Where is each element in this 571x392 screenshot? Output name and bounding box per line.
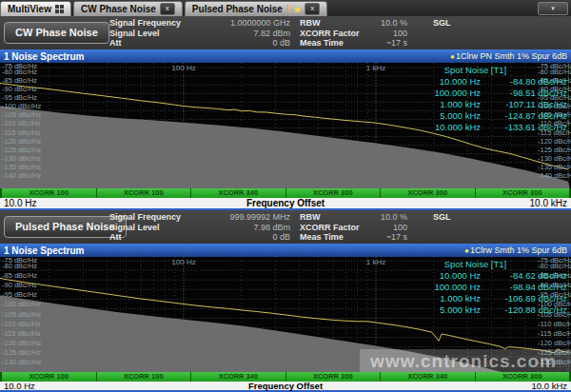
channel-button-cw[interactable]: CW Phase Noise xyxy=(4,22,109,44)
spot-noise-offset: 10.000 kHz xyxy=(412,122,481,133)
x-axis-stop: 10.0 kHz xyxy=(532,381,568,391)
tab-multiview-label: MultiView xyxy=(8,4,51,14)
setting-label: Meas Time xyxy=(300,232,344,243)
spot-noise-offset: 100.000 Hz xyxy=(412,282,481,293)
y-axis-label: -80 dBc/Hz xyxy=(2,69,37,76)
xcorr-segment: XCORR 300 xyxy=(476,188,570,198)
setting-label: RBW xyxy=(300,18,321,29)
x-axis-title: Frequency Offset xyxy=(0,198,571,208)
y-axis-label: -115 dBc/Hz xyxy=(2,129,41,137)
y-axis-label: -125 dBc/Hz xyxy=(538,147,571,154)
setting-value: 0 dB xyxy=(272,38,290,49)
spot-noise-value: -106.69 dBc/Hz xyxy=(485,293,567,304)
tab-cw-phase-noise[interactable]: CW Phase Noise x xyxy=(73,1,183,16)
spot-noise-value: -124.87 dBc/Hz xyxy=(485,110,567,122)
x-decade-label: 1 kHz xyxy=(366,258,385,266)
x-axis-start: 10.0 Hz xyxy=(4,198,36,208)
xcorr-segment: XCORR 340 xyxy=(191,188,286,198)
setting-value: 10.0 % xyxy=(381,212,407,223)
tab-bar: MultiView CW Phase Noise x Pulsed Phase … xyxy=(0,0,571,16)
spot-noise-offset: 100.000 Hz xyxy=(412,88,481,99)
setting-label: Signal Level xyxy=(109,223,160,233)
setting-value: 100 xyxy=(393,29,407,39)
multiview-grid-icon xyxy=(55,5,64,13)
setting-label: Att xyxy=(109,38,122,49)
spot-noise-row: 1.000 kHz-106.69 dBc/Hz xyxy=(412,293,567,304)
setting-value: 1.0000000 GHz xyxy=(230,18,290,29)
spot-noise-offset: 1.000 kHz xyxy=(412,99,481,110)
spot-noise-row: 100.000 Hz-98.94 dBc/Hz xyxy=(412,282,567,293)
spot-noise-row: 100.000 Hz-98.51 dBc/Hz xyxy=(412,88,567,99)
y-axis-label: -80 dBc/Hz xyxy=(2,263,37,270)
y-axis-label: -130 dBc/Hz xyxy=(2,359,41,366)
y-axis-label: -120 dBc/Hz xyxy=(2,138,41,146)
y-axis-label: -110 dBc/Hz xyxy=(2,321,41,328)
setting-value: ~17 s xyxy=(386,38,407,49)
x-decade-label: 100 Hz xyxy=(171,64,195,72)
spot-noise-row: 5.000 kHz-120.88 dBc/Hz xyxy=(412,304,567,316)
xcorr-segment: XCORR 100 xyxy=(2,188,97,198)
trace-info: ● 1Clrw Smth 1% Spur 6dB xyxy=(464,245,567,255)
spot-noise-offset: 10.000 Hz xyxy=(412,76,481,88)
spot-noise-row: 10.000 Hz-84.62 dBc/Hz xyxy=(412,270,567,282)
channel-header-pulsed: Pulsed Phase Noise Signal Frequency999.9… xyxy=(0,210,571,244)
noise-spectrum-graph-pulsed[interactable]: -75 dBc/Hz-80 dBc/Hz-85 dBc/Hz-90 dBc/Hz… xyxy=(0,257,571,372)
spot-noise-value: -120.88 dBc/Hz xyxy=(485,304,567,316)
window-dropdown-button[interactable]: ▾ xyxy=(538,2,568,15)
y-axis-label: -120 dBc/Hz xyxy=(2,340,41,347)
xcorr-progress-bar: XCORR 100XCORR 100XCORR 340XCORR 300XCOR… xyxy=(0,188,571,198)
spot-noise-title: Spot Noise [T1] xyxy=(412,65,567,76)
x-axis-row: 10.0 Hz Frequency Offset 10.0 kHz xyxy=(0,198,571,208)
window-title: 1 Noise Spectrum xyxy=(4,51,84,62)
y-axis-label: -95 dBc/Hz xyxy=(2,291,37,299)
spot-noise-row: 1.000 kHz-107.11 dBc/Hz xyxy=(412,99,567,110)
setting-label: RBW xyxy=(300,212,321,223)
noise-spectrum-graph-cw[interactable]: -75 dBc/Hz-80 dBc/Hz-85 dBc/Hz-90 dBc/Hz… xyxy=(0,63,571,188)
y-axis-label: -115 dBc/Hz xyxy=(2,330,41,338)
window-title-bar[interactable]: 1 Noise Spectrum ● 1Clrw Smth 1% Spur 6d… xyxy=(0,244,571,257)
y-axis-label: -100 dBc/Hz xyxy=(2,103,41,110)
setting-value: 10.0 % xyxy=(381,18,407,29)
x-axis-stop: 10.0 kHz xyxy=(530,198,567,208)
y-axis-label: -120 dBc/Hz xyxy=(538,138,571,146)
x-axis-row: 10.0 Hz Frequency Offset 10.0 kHz xyxy=(0,382,571,390)
y-axis-label: -130 dBc/Hz xyxy=(538,155,571,163)
spot-noise-offset: 5.000 kHz xyxy=(412,110,481,122)
y-axis-label: -135 dBc/Hz xyxy=(538,164,571,171)
settings-column-2: RBW10.0 % XCORR Factor100 Meas Time~17 s xyxy=(300,212,407,243)
sweep-mode-badge: SGL xyxy=(433,212,451,222)
settings-column-1: Signal Frequency999.99992 MHz Signal Lev… xyxy=(109,212,290,243)
close-icon[interactable]: x xyxy=(160,3,175,15)
y-axis-label: -95 dBc/Hz xyxy=(2,94,37,102)
xcorr-segment: XCORR 300 xyxy=(286,188,382,198)
spot-noise-table: Spot Noise [T1]10.000 Hz-84.62 dBc/Hz100… xyxy=(412,259,567,316)
setting-label: Signal Frequency xyxy=(109,212,181,223)
spot-noise-offset: 10.000 Hz xyxy=(412,270,481,282)
spot-noise-table: Spot Noise [T1]10.000 Hz-84.80 dBc/Hz100… xyxy=(412,65,567,133)
watermark-text: www.cntronics.com xyxy=(356,351,571,372)
close-icon[interactable]: x xyxy=(305,3,320,15)
y-axis-label: -90 dBc/Hz xyxy=(2,86,37,93)
spot-noise-value: -107.11 dBc/Hz xyxy=(485,99,567,110)
sweep-mode-badge: SGL xyxy=(433,18,451,28)
y-axis-label: -85 dBc/Hz xyxy=(2,272,37,280)
y-axis-label: -125 dBc/Hz xyxy=(2,349,41,357)
window-title: 1 Noise Spectrum xyxy=(4,245,84,256)
trace-info: ● 1Clrw PN Smth 1% Spur 6dB xyxy=(450,51,567,61)
tab-pulsed-phase-noise[interactable]: Pulsed Phase Noise ! ★ x xyxy=(185,1,327,16)
spot-noise-row: 5.000 kHz-124.87 dBc/Hz xyxy=(412,110,567,122)
spot-noise-value: -84.80 dBc/Hz xyxy=(485,76,567,88)
spot-noise-title: Spot Noise [T1] xyxy=(412,259,567,270)
tab-cw-label: CW Phase Noise xyxy=(81,4,156,14)
trace-color-dot-icon: ● xyxy=(464,246,469,255)
setting-label: XCORR Factor xyxy=(300,29,360,39)
setting-label: Meas Time xyxy=(300,38,344,49)
y-axis-label: -120 dBc/Hz xyxy=(538,340,571,347)
y-axis-label: -130 dBc/Hz xyxy=(2,155,41,163)
window-title-bar[interactable]: 1 Noise Spectrum ● 1Clrw PN Smth 1% Spur… xyxy=(0,49,571,63)
channel-button-pulsed[interactable]: Pulsed Phase Noise xyxy=(4,216,127,238)
xcorr-segment: XCORR 100 xyxy=(97,188,192,198)
y-axis-label: -85 dBc/Hz xyxy=(2,77,37,85)
tab-multiview[interactable]: MultiView xyxy=(0,1,71,16)
window-pulsed-phase-noise: Pulsed Phase Noise Signal Frequency999.9… xyxy=(0,210,571,392)
